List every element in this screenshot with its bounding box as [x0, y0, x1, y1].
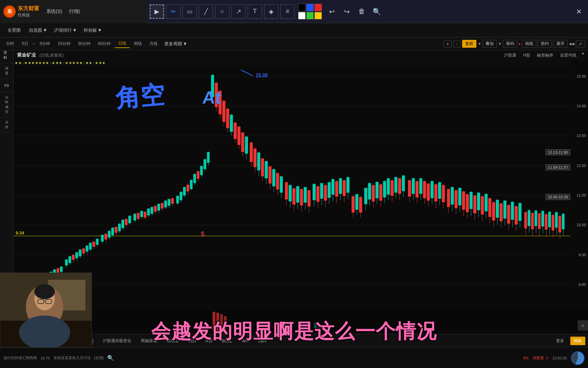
svg-rect-255 — [515, 206, 518, 225]
period-daily[interactable]: 日线 — [115, 40, 130, 48]
svg-rect-59 — [141, 211, 143, 217]
price-box-2: 11.59-11.57 — [545, 164, 570, 170]
color-yellow[interactable] — [314, 12, 322, 19]
period-60min[interactable]: 60分钟 — [95, 40, 114, 48]
ma-settings-chevron: ▼ — [581, 52, 585, 59]
undo-button[interactable]: ↩ — [325, 5, 338, 18]
nav-kechuang[interactable]: 科创板 ▼ — [81, 26, 105, 35]
indicator-kdj[interactable]: KDJ — [185, 337, 199, 345]
indicator-template[interactable]: 模板 — [570, 337, 585, 345]
color-black[interactable] — [298, 4, 306, 11]
indicator-obv[interactable]: OBV — [255, 337, 270, 345]
color-blue[interactable] — [306, 4, 314, 11]
menu-system[interactable]: 系统(S) — [46, 9, 62, 15]
svg-rect-39 — [104, 234, 107, 239]
indicator-liangchong[interactable]: 两融差额 — [137, 337, 161, 345]
color-red[interactable] — [314, 4, 322, 11]
ma-settings-btn[interactable]: 设置均线 — [558, 52, 578, 59]
arrow-tool-button[interactable]: ↗ — [231, 4, 246, 19]
svg-rect-17 — [65, 260, 68, 265]
indicator-macd[interactable]: MACD — [163, 337, 182, 345]
svg-rect-279 — [559, 216, 561, 232]
svg-rect-123 — [257, 153, 260, 170]
menu-market[interactable]: 行情( — [69, 9, 80, 15]
sidebar-minute-trades[interactable]: 分时成交 — [0, 92, 13, 117]
period-5min[interactable]: 5分钟 — [36, 40, 54, 48]
svg-rect-261 — [528, 210, 530, 226]
svg-rect-171 — [352, 197, 355, 213]
chart-area[interactable]: ✱ ✱ | ✱ ✱ ✱ ✱ ✱ ✱ ✱ | ✱ ✱ ✱ | ✱ ✱ ✱ ✱ ✱ … — [14, 60, 588, 331]
svg-rect-101 — [215, 83, 218, 107]
select-tool-button[interactable]: ▶ — [150, 4, 164, 19]
restore-btn[interactable]: 复权 — [462, 40, 476, 48]
svg-rect-237 — [481, 197, 484, 215]
eraser-tool-button[interactable]: ◈ — [264, 4, 278, 19]
svg-rect-125 — [261, 159, 264, 176]
fullscreen-btn[interactable]: ⤢ — [576, 41, 585, 47]
sidebar-price[interactable]: 分价 — [0, 117, 13, 133]
nav-overview[interactable]: 全景图 — [3, 26, 25, 35]
hu-gu-tong-btn[interactable]: 沪股通 — [502, 52, 518, 59]
indicator-wr[interactable]: WR — [239, 337, 252, 345]
minute-trades-label: 分时成交 — [5, 95, 9, 114]
svg-rect-183 — [376, 182, 378, 198]
period-more[interactable]: 更多周期 ▼ — [162, 40, 190, 48]
svg-rect-137 — [285, 183, 288, 199]
more-tools-button[interactable]: ≡ — [280, 4, 295, 19]
overlay-btn[interactable]: 叠加 — [483, 40, 497, 48]
svg-rect-43 — [111, 228, 114, 235]
sidebar-f9[interactable]: F9 — [0, 79, 13, 92]
simple-btn[interactable]: 简约 — [538, 40, 552, 48]
period-5d[interactable]: 5日 — [18, 40, 32, 48]
period-minute[interactable]: 分时 — [3, 40, 18, 48]
indicator-bar: 均线 资金博弈[L2] 资金趋势[L2] 沪股通持股变化 两融差额 MACD K… — [14, 334, 588, 348]
indicator-hgt[interactable]: 沪股通持股变化 — [99, 337, 135, 345]
rect-tool-button[interactable]: ▭ — [182, 4, 197, 19]
delete-button[interactable]: 🗑 — [355, 5, 368, 18]
svg-rect-281 — [562, 214, 565, 229]
svg-rect-267 — [538, 214, 540, 229]
indicator-rsi[interactable]: RSI — [202, 337, 216, 345]
h-share-btn[interactable]: H股 — [521, 52, 532, 59]
nav-ranking[interactable]: 沪深排行 ▼ — [51, 26, 80, 35]
circle-tool-button[interactable]: ○ — [215, 4, 229, 19]
svg-rect-21 — [72, 255, 75, 260]
draw-line-btn[interactable]: 画线 — [522, 40, 536, 48]
search-toolbar-button[interactable]: 🔍 — [370, 5, 383, 18]
line-tool-button[interactable]: ╱ — [199, 4, 213, 19]
scroll-more-button[interactable]: » — [578, 320, 588, 331]
period-30min[interactable]: 30分钟 — [75, 40, 94, 48]
status-all[interactable]: [全部] — [94, 355, 104, 361]
indicator-more-btn[interactable]: 更多 — [553, 337, 568, 345]
svg-rect-143 — [296, 186, 299, 202]
zoom-in-button[interactable]: + — [443, 41, 452, 47]
search-status-button[interactable]: 🔍 — [107, 355, 114, 361]
app-logo: 东 东方财富 经典版 — [3, 5, 39, 18]
sidebar-depth[interactable]: 深度 — [0, 63, 13, 79]
text-tool-button[interactable]: T — [248, 4, 262, 19]
svg-rect-19 — [69, 257, 71, 263]
color-green[interactable] — [306, 12, 314, 19]
expand-btn[interactable]: 展开 — [553, 40, 568, 48]
svg-rect-257 — [519, 203, 521, 220]
svg-rect-263 — [531, 213, 534, 229]
svg-rect-203 — [416, 181, 419, 197]
redo-button[interactable]: ↪ — [340, 5, 353, 18]
indicator-boll[interactable]: BOLL — [218, 337, 236, 345]
color-white[interactable] — [298, 12, 306, 19]
period-monthly[interactable]: 月线 — [146, 40, 161, 48]
kechuang-chevron: ▼ — [98, 28, 102, 33]
pen-tool-button[interactable]: ✏ — [166, 4, 180, 19]
close-toolbar-button[interactable]: ✕ — [573, 6, 585, 17]
svg-rect-294 — [220, 314, 223, 331]
period-15min[interactable]: 15分钟 — [54, 40, 74, 48]
svg-rect-27 — [82, 248, 85, 253]
svg-rect-235 — [477, 193, 480, 210]
nav-watchlist[interactable]: 自选股 ▼ — [26, 26, 50, 35]
ranking-chevron: ▼ — [72, 28, 77, 33]
period-weekly[interactable]: 周线 — [130, 40, 145, 48]
status-bar: 游行对持保汇阵阵阵 10.70 东南亚某某前几天讨论 [全部] 🔍 9% 深股通… — [0, 348, 588, 368]
zoom-out-button[interactable]: - — [453, 41, 461, 47]
chips-btn[interactable]: 筹码 — [503, 40, 517, 48]
margin-btn[interactable]: 融资融券 — [535, 52, 555, 59]
